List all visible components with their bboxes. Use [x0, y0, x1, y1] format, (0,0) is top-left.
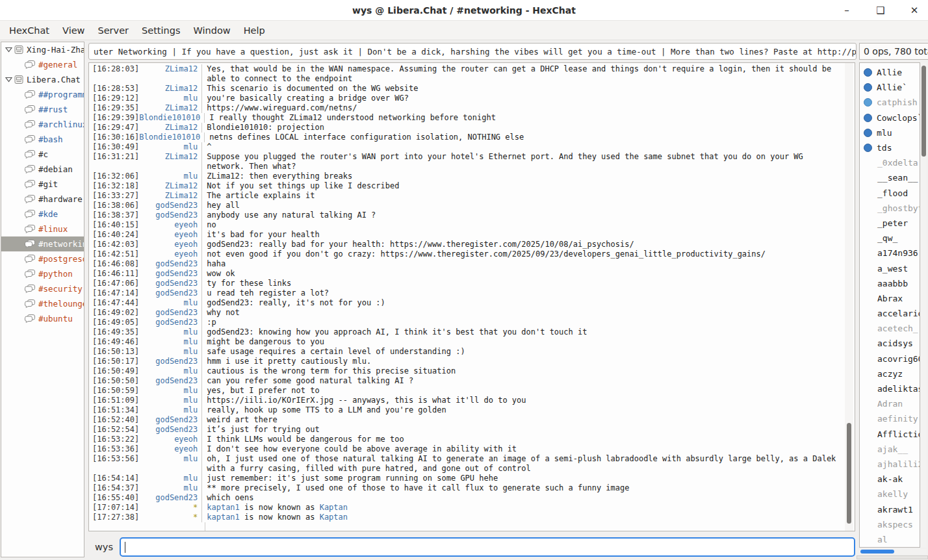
user-list-item[interactable]: Abrax	[860, 291, 920, 306]
message-nick[interactable]: ZLima12	[139, 152, 201, 162]
user-list-item[interactable]: aaabbb	[860, 276, 920, 291]
message-nick[interactable]: mlu	[139, 454, 201, 464]
tree-item-bash[interactable]: #bash	[1, 132, 84, 147]
chat-vertical-scrollbar[interactable]	[845, 63, 853, 531]
message-nick[interactable]: mlu	[139, 298, 201, 308]
user-list-item[interactable]: akelly	[860, 487, 920, 502]
tree-item-archlinux[interactable]: #archlinux	[1, 117, 84, 132]
user-list-item[interactable]: Affliction	[860, 427, 920, 442]
message-nick[interactable]: godSend23	[139, 259, 201, 269]
user-list-item[interactable]: Adran	[860, 396, 920, 411]
message-nick[interactable]: mlu	[139, 337, 201, 347]
tree-item-linux[interactable]: #linux	[1, 222, 84, 236]
user-list-item[interactable]: acetech_	[860, 321, 920, 336]
userlist-vertical-scrollbar[interactable]	[921, 62, 927, 548]
message-nick[interactable]: mlu	[139, 366, 201, 376]
menu-hexchat[interactable]: HexChat	[3, 23, 56, 38]
user-list-item[interactable]: _ghostbyte	[860, 201, 920, 216]
tree-item-kde[interactable]: #kde	[1, 207, 84, 222]
user-list-item[interactable]: aczyz	[860, 366, 920, 381]
message-nick[interactable]: godSend23	[139, 318, 201, 327]
tree-item-ubuntu[interactable]: #ubuntu	[1, 311, 84, 326]
tree-item-c[interactable]: #c	[1, 147, 84, 162]
message-nick[interactable]: *	[139, 513, 201, 522]
user-list-item[interactable]: _flood	[860, 186, 920, 201]
message-nick[interactable]: ZLima12	[139, 191, 201, 201]
expander-icon[interactable]	[4, 77, 13, 83]
message-nick[interactable]: ZLima12	[139, 123, 201, 133]
message-nick[interactable]: eyeoh	[139, 435, 201, 444]
message-nick[interactable]: mlu	[139, 172, 201, 181]
bottom-scrollbar-trough[interactable]	[857, 555, 928, 559]
message-nick[interactable]: mlu	[139, 405, 201, 415]
user-list-item[interactable]: al	[860, 532, 920, 547]
user-list-item[interactable]: acidsys	[860, 336, 920, 351]
user-list-item[interactable]: ak-ak	[860, 472, 920, 487]
user-list-item[interactable]: a_west	[860, 261, 920, 275]
user-list-item[interactable]: catphish	[860, 95, 920, 110]
message-nick[interactable]: godSend23	[139, 376, 201, 386]
chat-message-area[interactable]: [16:28:03]ZLima12Yes, that would be in t…	[88, 62, 855, 531]
message-nick[interactable]: godSend23	[139, 415, 201, 425]
close-icon[interactable]: ✕	[906, 2, 923, 19]
message-nick[interactable]: eyeoh	[139, 220, 201, 230]
message-nick[interactable]: godSend23	[139, 279, 201, 288]
tree-item-git[interactable]: #git	[1, 177, 84, 192]
message-nick[interactable]: godSend23	[139, 357, 201, 366]
user-list-item[interactable]: tds	[860, 140, 920, 155]
user-list-item[interactable]: Allie`	[860, 80, 920, 95]
message-nick[interactable]: eyeoh	[139, 230, 201, 240]
message-nick[interactable]: eyeoh	[139, 240, 201, 249]
tree-item-security[interactable]: #security	[1, 281, 84, 296]
tree-item-postgresql[interactable]: #postgresql	[1, 251, 84, 266]
message-nick[interactable]: mlu	[139, 327, 201, 337]
user-list-item[interactable]: _0xdelta	[860, 155, 920, 170]
user-list-item[interactable]: ajhalili2	[860, 457, 920, 472]
user-list-item[interactable]: akspecs	[860, 517, 920, 532]
userlist-hscrollbar-thumb[interactable]	[860, 550, 894, 554]
message-nick[interactable]: mlu	[139, 94, 201, 103]
tree-item-Libera.Chat[interactable]: Libera.Chat	[1, 72, 84, 87]
user-list-item[interactable]: Cowclops`	[860, 110, 920, 125]
message-nick[interactable]: eyeoh	[139, 249, 201, 259]
user-list-item[interactable]: _qw_	[860, 231, 920, 246]
message-nick[interactable]: godSend23	[139, 288, 201, 298]
user-list-item[interactable]: __sean__	[860, 170, 920, 185]
tree-item-Xing-Hai-Zhan[interactable]: Xing-Hai-Zhan	[1, 42, 84, 57]
message-nick[interactable]: Blondie101010	[139, 113, 204, 123]
message-input[interactable]	[120, 537, 855, 557]
message-nick[interactable]: Blondie101010	[139, 133, 204, 142]
expander-icon[interactable]	[4, 47, 13, 53]
message-nick[interactable]: eyeoh	[139, 444, 201, 454]
tree-item-debian[interactable]: #debian	[1, 162, 84, 177]
user-list-item[interactable]: a174n936	[860, 246, 920, 261]
user-list[interactable]: AllieAllie`catphishCowclops`mlutds_0xdel…	[859, 62, 920, 548]
user-list-item[interactable]: acovrig60	[860, 351, 920, 366]
message-nick[interactable]: godSend23	[139, 269, 201, 279]
menu-help[interactable]: Help	[237, 23, 272, 38]
message-nick[interactable]: godSend23	[139, 201, 201, 210]
user-list-item[interactable]: ajak__	[860, 442, 920, 457]
tree-item-python[interactable]: #python	[1, 266, 84, 281]
message-nick[interactable]: ZLima12	[139, 181, 201, 191]
message-nick[interactable]: godSend23	[139, 425, 201, 435]
tree-item-thelounge[interactable]: #thelounge	[1, 296, 84, 311]
message-nick[interactable]: mlu	[139, 142, 201, 152]
minimize-icon[interactable]: –	[838, 2, 855, 19]
user-list-item[interactable]: _peter	[860, 216, 920, 231]
menu-window[interactable]: Window	[187, 23, 237, 38]
message-nick[interactable]: *	[139, 503, 201, 513]
user-list-item[interactable]: akrawt1	[860, 502, 920, 516]
message-nick[interactable]: mlu	[139, 483, 201, 493]
tree-item-programming[interactable]: ##programming	[1, 87, 84, 102]
menu-settings[interactable]: Settings	[135, 23, 187, 38]
userlist-horizontal-scrollbar[interactable]	[859, 549, 927, 554]
tree-item-hardware[interactable]: #hardware	[1, 192, 84, 207]
user-list-item[interactable]: aefinity	[860, 411, 920, 426]
message-nick[interactable]: ZLima12	[139, 103, 201, 113]
message-nick[interactable]: mlu	[139, 474, 201, 483]
message-nick[interactable]: ZLima12	[139, 64, 201, 74]
user-list-item[interactable]: accelario	[860, 306, 920, 321]
userlist-scrollbar-thumb[interactable]	[922, 66, 926, 157]
tree-item-rust[interactable]: ##rust	[1, 102, 84, 117]
